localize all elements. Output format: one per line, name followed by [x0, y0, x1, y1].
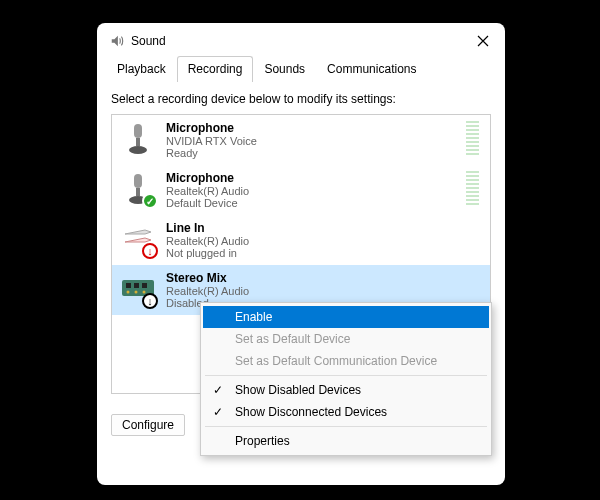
svg-point-10 [127, 291, 130, 294]
menu-enable[interactable]: Enable [203, 306, 489, 328]
device-status: Default Device [166, 197, 456, 209]
divider [205, 375, 487, 376]
check-icon: ✓ [213, 405, 223, 419]
soundcard-icon [120, 271, 156, 307]
device-name: Microphone [166, 121, 456, 135]
svg-rect-3 [134, 174, 142, 188]
svg-rect-1 [136, 138, 140, 146]
unplugged-icon [142, 243, 158, 259]
svg-point-11 [135, 291, 138, 294]
device-item[interactable]: Microphone Realtek(R) Audio Default Devi… [112, 165, 490, 215]
menu-set-default-comm: Set as Default Communication Device [203, 350, 489, 372]
level-meter [466, 121, 480, 155]
instruction-text: Select a recording device below to modif… [111, 92, 491, 106]
device-name: Stereo Mix [166, 271, 482, 285]
divider [205, 426, 487, 427]
device-name: Line In [166, 221, 482, 235]
configure-button[interactable]: Configure [111, 414, 185, 436]
close-button[interactable] [473, 31, 493, 51]
menu-label: Show Disabled Devices [235, 383, 361, 397]
check-icon: ✓ [213, 383, 223, 397]
svg-rect-8 [134, 283, 139, 288]
microphone-icon [120, 121, 156, 157]
level-meter [466, 171, 480, 205]
titlebar: Sound [97, 23, 505, 55]
device-desc: Realtek(R) Audio [166, 285, 482, 297]
menu-properties[interactable]: Properties [203, 430, 489, 452]
svg-rect-7 [126, 283, 131, 288]
disabled-icon [142, 293, 158, 309]
device-item[interactable]: Line In Realtek(R) Audio Not plugged in [112, 215, 490, 265]
device-status: Ready [166, 147, 456, 159]
svg-point-2 [129, 146, 147, 154]
line-in-icon [120, 221, 156, 257]
device-status: Not plugged in [166, 247, 482, 259]
tab-playback[interactable]: Playback [106, 56, 177, 82]
svg-rect-4 [136, 188, 140, 196]
tab-communications[interactable]: Communications [316, 56, 427, 82]
speaker-icon [109, 33, 125, 49]
tab-bar: Playback Recording Sounds Communications [97, 55, 505, 82]
device-desc: Realtek(R) Audio [166, 185, 456, 197]
window-title: Sound [131, 34, 166, 48]
menu-set-default: Set as Default Device [203, 328, 489, 350]
menu-label: Show Disconnected Devices [235, 405, 387, 419]
microphone-icon [120, 171, 156, 207]
default-check-icon [142, 193, 158, 209]
tab-sounds[interactable]: Sounds [253, 56, 316, 82]
svg-rect-0 [134, 124, 142, 138]
menu-show-disconnected[interactable]: ✓Show Disconnected Devices [203, 401, 489, 423]
context-menu: Enable Set as Default Device Set as Defa… [200, 302, 492, 456]
device-name: Microphone [166, 171, 456, 185]
device-item[interactable]: Microphone NVIDIA RTX Voice Ready [112, 115, 490, 165]
tab-recording[interactable]: Recording [177, 56, 254, 82]
device-desc: Realtek(R) Audio [166, 235, 482, 247]
svg-rect-9 [142, 283, 147, 288]
device-desc: NVIDIA RTX Voice [166, 135, 456, 147]
menu-show-disabled[interactable]: ✓Show Disabled Devices [203, 379, 489, 401]
